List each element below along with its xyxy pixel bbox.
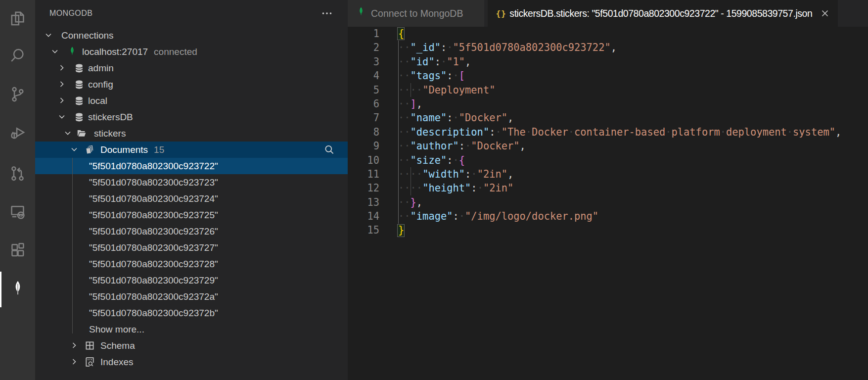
tree-item-description: connected (154, 47, 197, 57)
database-icon (75, 112, 84, 122)
tree-item-label: config (88, 76, 113, 93)
tree-item-doc-3[interactable]: "5f501d0780a802300c923724" (35, 190, 348, 207)
activity-item-extensions[interactable] (0, 232, 35, 267)
tree-item-description: 15 (154, 144, 164, 155)
chevron-down-icon[interactable] (58, 113, 66, 121)
files-icon (9, 10, 26, 27)
tab-document-json[interactable]: {}stickersDB.stickers: "5f501d0780a80230… (488, 0, 838, 27)
tree-item-label: "5f501d0780a802300c923725" (89, 207, 218, 223)
code-line-11: 11····"width":·"2in", (348, 167, 868, 181)
code-line-15: 15} (348, 223, 868, 237)
extensions-icon (9, 241, 26, 258)
debug-icon (9, 124, 26, 141)
tree-item-indexes[interactable]: Indexes (35, 354, 348, 370)
vscode-window: MONGODB Connectionslocalhost:27017connec… (0, 0, 868, 380)
tree-item-doc-9[interactable]: "5f501d0780a802300c92372a" (35, 288, 348, 305)
tree-item-label: Documents15 (100, 142, 164, 158)
line-number: 4 (348, 69, 379, 83)
indexes-icon (85, 357, 94, 367)
sidebar-header: MONGODB (35, 0, 348, 27)
tree-item-local[interactable]: local (35, 93, 348, 109)
tree-item-admin[interactable]: admin (35, 60, 348, 76)
activity-item-mongodb[interactable] (0, 272, 35, 307)
line-number: 10 (348, 153, 379, 167)
code-line-14: 14··"image":·"/img/logo/docker.png" (348, 209, 868, 223)
tree-item-config[interactable]: config (35, 76, 348, 93)
tree-item-stickersDB[interactable]: stickersDB (35, 109, 348, 125)
tree-item-label: stickers (94, 125, 126, 142)
tree-item-label: "5f501d0780a802300c923728" (89, 256, 218, 272)
tree-item-doc-10[interactable]: "5f501d0780a802300c92372b" (35, 305, 348, 321)
code-line-9: 9··"author":·"Docker", (348, 139, 868, 153)
code-line-1: 1{ (348, 27, 868, 41)
activity-bar (0, 0, 35, 380)
tree-item-label: "5f501d0780a802300c923724" (89, 190, 218, 207)
chevron-down-icon[interactable] (51, 48, 59, 55)
tree-item-label: "5f501d0780a802300c923722" (89, 158, 218, 174)
tree-item-label: "5f501d0780a802300c923727" (89, 239, 218, 256)
tree-item-label: "5f501d0780a802300c92372b" (89, 305, 218, 321)
database-icon (75, 63, 84, 73)
line-number: 12 (348, 181, 379, 195)
chevron-right-icon[interactable] (58, 96, 66, 104)
code-line-5: 5····"Deployment" (348, 83, 868, 97)
chevron-right-icon[interactable] (58, 80, 66, 88)
remote-icon (9, 203, 26, 220)
tree-item-doc-2[interactable]: "5f501d0780a802300c923723" (35, 174, 348, 190)
line-number: 2 (348, 41, 379, 54)
tree-item-stickers[interactable]: stickers (35, 125, 348, 142)
activity-item-source-control[interactable] (0, 76, 35, 112)
tree-item-schema[interactable]: Schema (35, 337, 348, 354)
tree-item-label: stickersDB (88, 109, 133, 125)
tree-item-documents[interactable]: Documents15 (35, 142, 348, 158)
tab-separator (484, 0, 488, 27)
tree-item-doc-6[interactable]: "5f501d0780a802300c923727" (35, 239, 348, 256)
tab-connect[interactable]: Connect to MongoDB (348, 0, 484, 27)
activity-item-search[interactable] (0, 38, 35, 73)
tab-bar: Connect to MongoDB{}stickersDB.stickers:… (348, 0, 868, 27)
tree-item-localhost[interactable]: localhost:27017connected (35, 44, 348, 60)
chevron-down-icon[interactable] (70, 145, 78, 153)
tree-item-connections[interactable]: Connections (35, 27, 348, 44)
tree-item-doc-5[interactable]: "5f501d0780a802300c923726" (35, 223, 348, 239)
close-icon[interactable] (819, 7, 831, 19)
tree-item-label: Indexes (100, 354, 134, 370)
tree-item-label: Schema (100, 337, 135, 354)
line-number: 14 (348, 209, 379, 223)
chevron-right-icon[interactable] (70, 358, 78, 366)
code-line-12: 12····"height":·"2in" (348, 181, 868, 195)
tree-item-show-more[interactable]: Show more... (35, 321, 348, 337)
line-number: 15 (348, 223, 379, 237)
activity-item-run-debug[interactable] (0, 114, 35, 150)
line-number: 11 (348, 167, 379, 181)
tree-item-doc-1[interactable]: "5f501d0780a802300c923722" (35, 158, 348, 174)
mongodb-leaf-icon (12, 281, 23, 299)
chevron-down-icon[interactable] (45, 31, 52, 39)
tab-label: Connect to MongoDB (371, 8, 463, 19)
search-icon (9, 47, 26, 64)
line-number: 5 (348, 83, 379, 97)
tree-item-doc-4[interactable]: "5f501d0780a802300c923725" (35, 207, 348, 223)
leaf-green-icon (68, 47, 77, 56)
line-number: 13 (348, 195, 379, 209)
tree-item-label: "5f501d0780a802300c923726" (89, 223, 218, 239)
code-line-13: 13··}, (348, 195, 868, 209)
activity-item-pull-requests[interactable] (0, 155, 35, 191)
database-icon (75, 96, 84, 105)
chevron-down-icon[interactable] (64, 129, 72, 137)
tree-item-label: Connections (61, 27, 114, 44)
database-icon (75, 80, 84, 89)
chevron-right-icon[interactable] (58, 64, 66, 72)
tree-item-doc-8[interactable]: "5f501d0780a802300c923729" (35, 272, 348, 288)
chevron-right-icon[interactable] (70, 341, 78, 349)
editor-code[interactable]: 1{2··"_id":·"5f501d0780a802300c923722",3… (348, 27, 868, 380)
line-number: 8 (348, 125, 379, 139)
line-number: 7 (348, 111, 379, 125)
tree-item-label: admin (88, 60, 114, 76)
activity-item-explorer[interactable] (0, 0, 35, 36)
tree-item-label: Show more... (89, 321, 144, 337)
more-actions-icon[interactable] (320, 7, 334, 20)
activity-item-remote-explorer[interactable] (0, 193, 35, 229)
search-icon[interactable] (324, 144, 335, 155)
tree-item-doc-7[interactable]: "5f501d0780a802300c923728" (35, 256, 348, 272)
